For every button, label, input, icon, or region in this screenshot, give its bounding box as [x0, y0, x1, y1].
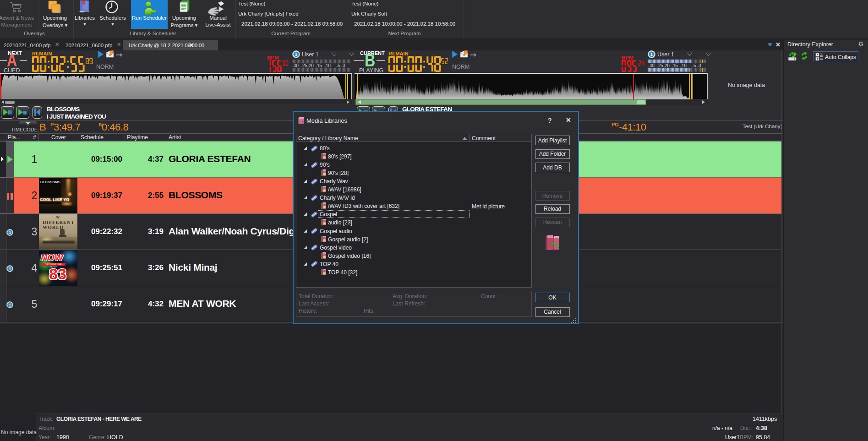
svg-text:1: 1 [9, 303, 11, 307]
svg-text:1: 1 [9, 267, 11, 271]
svg-text:1: 1 [9, 230, 11, 235]
svg-text:1: 1 [650, 52, 653, 57]
svg-text:1: 1 [295, 52, 298, 57]
